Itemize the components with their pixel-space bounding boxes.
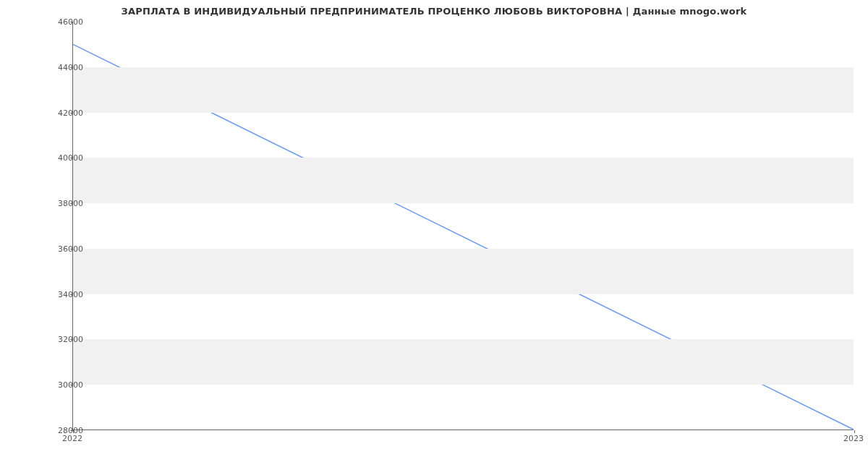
x-tick-label: 2023 bbox=[843, 434, 864, 443]
x-tick-mark bbox=[854, 430, 855, 433]
y-tick-label: 36000 bbox=[25, 244, 83, 253]
plot-area bbox=[72, 22, 854, 430]
y-tick-label: 30000 bbox=[25, 380, 83, 390]
y-tick-label: 42000 bbox=[25, 108, 83, 117]
chart-container: ЗАРПЛАТА В ИНДИВИДУАЛЬНЫЙ ПРЕДПРИНИМАТЕЛ… bbox=[0, 0, 868, 470]
grid-band bbox=[73, 249, 854, 294]
grid-band bbox=[73, 339, 854, 385]
y-tick-label: 46000 bbox=[25, 17, 83, 27]
y-tick-label: 44000 bbox=[25, 62, 83, 72]
grid-band bbox=[73, 158, 854, 203]
chart-title: ЗАРПЛАТА В ИНДИВИДУАЛЬНЫЙ ПРЕДПРИНИМАТЕЛ… bbox=[0, 6, 868, 17]
y-tick-label: 32000 bbox=[25, 335, 83, 344]
x-tick-label: 2022 bbox=[62, 434, 82, 443]
y-tick-label: 40000 bbox=[25, 153, 83, 163]
y-tick-label: 38000 bbox=[25, 199, 83, 208]
y-tick-label: 34000 bbox=[25, 289, 83, 299]
grid-band bbox=[73, 67, 854, 113]
